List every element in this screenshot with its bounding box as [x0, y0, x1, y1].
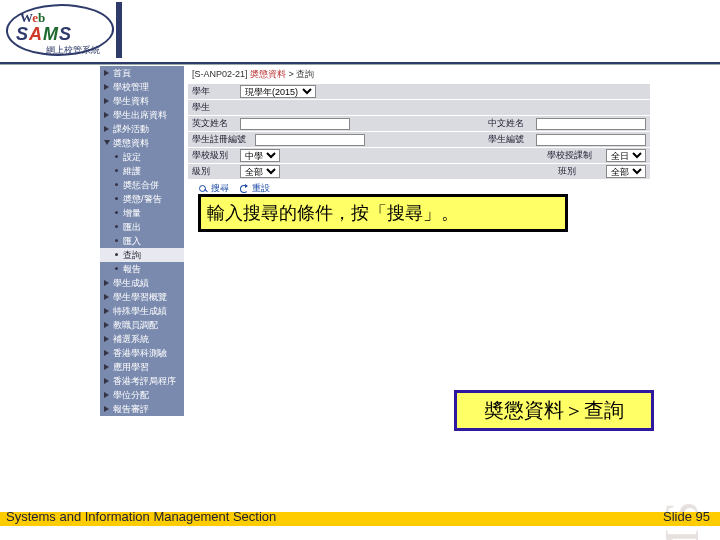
- chevron-right-icon: [104, 406, 110, 412]
- logo-sams-s2: S: [59, 24, 72, 44]
- sidebar-item-20[interactable]: 香港學科測驗: [100, 346, 184, 360]
- sidebar-item-label: 學生成績: [113, 277, 149, 289]
- sidebar-item-label: 課外活動: [113, 123, 149, 135]
- sidebar-item-1[interactable]: 學校管理: [100, 80, 184, 94]
- dot-icon: [114, 196, 120, 202]
- label-student-no: 學生編號: [488, 133, 533, 146]
- sidebar-item-22[interactable]: 香港考評局程序: [100, 374, 184, 388]
- sidebar-item-label: 香港考評局程序: [113, 375, 176, 387]
- dot-icon: [114, 224, 120, 230]
- select-class[interactable]: 全部: [606, 165, 646, 178]
- breadcrumb-code: [S-ANP02-21]: [192, 69, 248, 79]
- header-divider: [0, 62, 720, 65]
- label-reg-no: 學生註冊編號: [192, 133, 252, 146]
- sidebar-item-11[interactable]: 匯出: [100, 220, 184, 234]
- dot-icon: [114, 210, 120, 216]
- chevron-down-icon: [104, 140, 110, 146]
- label-class: 班別: [558, 165, 603, 178]
- input-chi-name[interactable]: [536, 118, 646, 130]
- sidebar-item-17[interactable]: 特殊學生成績: [100, 304, 184, 318]
- sidebar-item-label: 奬惩合併: [123, 179, 159, 191]
- sidebar-item-0[interactable]: 首頁: [100, 66, 184, 80]
- sidebar-item-label: 學生資料: [113, 95, 149, 107]
- sidebar-item-label: 奬懲資料: [113, 137, 149, 149]
- reset-icon: [239, 184, 249, 194]
- sidebar-item-5[interactable]: 奬懲資料: [100, 136, 184, 150]
- chevron-right-icon: [104, 98, 110, 104]
- input-reg-no[interactable]: [255, 134, 365, 146]
- sidebar-item-12[interactable]: 匯入: [100, 234, 184, 248]
- sidebar-item-label: 應用學習: [113, 361, 149, 373]
- sidebar-item-16[interactable]: 學生學習概覽: [100, 290, 184, 304]
- sidebar-item-label: 教職員調配: [113, 319, 158, 331]
- chevron-right-icon: [104, 378, 110, 384]
- footer-slide-label: Slide: [663, 509, 696, 524]
- form-row-student: 學生: [188, 99, 650, 115]
- sidebar-item-label: 報告: [123, 263, 141, 275]
- breadcrumb-part2: 查詢: [296, 69, 314, 79]
- select-level[interactable]: 全部: [240, 165, 280, 178]
- sidebar-item-label: 香港學科測驗: [113, 347, 167, 359]
- breadcrumb-sep: >: [286, 69, 296, 79]
- select-session[interactable]: 全日: [606, 149, 646, 162]
- sidebar-item-label: 查詢: [123, 249, 141, 261]
- footer-left: Systems and Information Management Secti…: [6, 509, 276, 524]
- chevron-right-icon: [104, 364, 110, 370]
- label-session: 學校授課制: [547, 149, 603, 162]
- label-level: 級別: [192, 165, 237, 178]
- footer-slide-number: 95: [696, 509, 710, 524]
- sidebar-item-18[interactable]: 教職員調配: [100, 318, 184, 332]
- sidebar-item-21[interactable]: 應用學習: [100, 360, 184, 374]
- sidebar-item-label: 維護: [123, 165, 141, 177]
- label-student: 學生: [192, 101, 237, 114]
- sidebar-item-label: 設定: [123, 151, 141, 163]
- sidebar-item-9[interactable]: 奬懲/警告: [100, 192, 184, 206]
- sidebar-item-6[interactable]: 設定: [100, 150, 184, 164]
- label-eng-name: 英文姓名: [192, 117, 237, 130]
- sidebar-item-4[interactable]: 課外活動: [100, 122, 184, 136]
- logo-sams-m: M: [43, 24, 59, 44]
- chevron-right-icon: [104, 392, 110, 398]
- sidebar-item-23[interactable]: 學位分配: [100, 388, 184, 402]
- sidebar-item-8[interactable]: 奬惩合併: [100, 178, 184, 192]
- sidebar-item-14[interactable]: 報告: [100, 262, 184, 276]
- sidebar-item-label: 匯入: [123, 235, 141, 247]
- sidebar-item-label: 首頁: [113, 67, 131, 79]
- chevron-right-icon: [104, 70, 110, 76]
- chevron-right-icon: [104, 336, 110, 342]
- sidebar-item-7[interactable]: 維護: [100, 164, 184, 178]
- chevron-right-icon: [104, 350, 110, 356]
- sidebar-item-15[interactable]: 學生成績: [100, 276, 184, 290]
- input-eng-name[interactable]: [240, 118, 350, 130]
- chevron-right-icon: [104, 322, 110, 328]
- chevron-right-icon: [104, 308, 110, 314]
- sidebar-item-label: 增量: [123, 207, 141, 219]
- sidebar-item-3[interactable]: 學生出席資料: [100, 108, 184, 122]
- logo-sams-a: A: [29, 24, 43, 44]
- dot-icon: [114, 154, 120, 160]
- content-panel: [S-ANP02-21] 奬懲資料 > 查詢 學年 現學年(2015) 學生 英…: [188, 66, 650, 198]
- logo-web-w: W: [20, 10, 32, 25]
- sidebar-item-label: 匯出: [123, 221, 141, 233]
- form-row-class: 級別全部 班別全部: [188, 163, 650, 179]
- form-row-names: 英文姓名 中文姓名: [188, 115, 650, 131]
- chevron-right-icon: [104, 126, 110, 132]
- logo-subtitle: 網上校管系統: [46, 44, 100, 57]
- select-year[interactable]: 現學年(2015): [240, 85, 316, 98]
- select-school-level[interactable]: 中學: [240, 149, 280, 162]
- sidebar-item-24[interactable]: 報告審評: [100, 402, 184, 416]
- input-student-no[interactable]: [536, 134, 646, 146]
- sidebar-item-13[interactable]: 查詢: [100, 248, 184, 262]
- chevron-right-icon: [104, 112, 110, 118]
- sidebar-item-19[interactable]: 補選系統: [100, 332, 184, 346]
- sidebar-item-label: 學校管理: [113, 81, 149, 93]
- chevron-right-icon: [104, 84, 110, 90]
- sidebar-item-10[interactable]: 增量: [100, 206, 184, 220]
- instruction-banner: 輸入搜尋的條件，按「搜尋」。: [198, 194, 568, 232]
- sidebar-item-label: 報告審評: [113, 403, 149, 415]
- breadcrumb: [S-ANP02-21] 奬懲資料 > 查詢: [188, 66, 650, 83]
- sidebar-item-2[interactable]: 學生資料: [100, 94, 184, 108]
- chevron-right-icon: [104, 280, 110, 286]
- dot-icon: [114, 252, 120, 258]
- breadcrumb-part1: 奬懲資料: [250, 69, 286, 79]
